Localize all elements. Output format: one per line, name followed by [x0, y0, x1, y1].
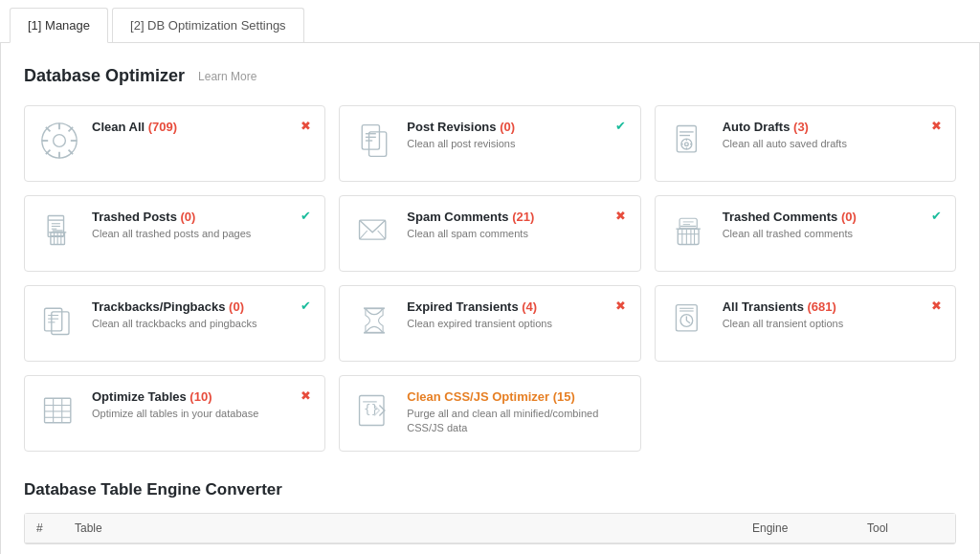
card-clean-all[interactable]: Clean All (709) ✖	[24, 105, 325, 182]
card-trashed-posts-title: Trashed Posts (0)	[92, 210, 311, 224]
card-spam-comments-body: Spam Comments (21) Clean all spam commen…	[407, 210, 626, 241]
card-trashed-comments-title: Trashed Comments (0)	[723, 210, 942, 224]
col-tool: Tool	[867, 521, 944, 535]
card-expired-transients-count: (4)	[522, 299, 537, 314]
card-spam-comments-title: Spam Comments (21)	[407, 210, 626, 224]
card-expired-transients-desc: Clean expired transient options	[407, 317, 626, 331]
svg-rect-39	[678, 229, 699, 244]
card-optimize-tables-title: Optimize Tables (10)	[92, 389, 311, 404]
card-post-revisions-title: Post Revisions (0)	[407, 120, 626, 134]
document-icon	[353, 120, 395, 162]
table-icon	[38, 389, 80, 432]
table-header: # Table Engine Tool	[25, 514, 955, 543]
svg-line-60	[686, 321, 690, 323]
card-expired-transients[interactable]: Expired Transients (4) Clean expired tra…	[339, 285, 640, 362]
card-all-transients-title: All Transients (681)	[723, 299, 942, 314]
card-all-transients-desc: Clean all transient options	[723, 317, 942, 331]
card-optimize-tables-desc: Optimize all tables in your database	[92, 407, 311, 421]
card-css-js-optimizer-count: (15)	[553, 389, 575, 404]
card-css-js-optimizer-title: Clean CSS/JS Optimizer (15)	[407, 389, 626, 404]
card-clean-all-body: Clean All (709)	[92, 120, 311, 137]
trash-comment-icon	[669, 210, 711, 252]
card-spam-comments-desc: Clean all spam comments	[407, 227, 626, 241]
card-css-js-optimizer[interactable]: {} Clean CSS/JS Optimizer (15) Purge all…	[339, 375, 640, 452]
card-trackbacks[interactable]: Trackbacks/Pingbacks (0) Clean all track…	[24, 285, 325, 362]
learn-more-link[interactable]: Learn More	[198, 70, 256, 83]
table-container: # Table Engine Tool	[24, 513, 956, 544]
col-table: Table	[75, 521, 752, 535]
page-wrapper: [1] Manage [2] DB Optimization Settings …	[0, 0, 980, 554]
card-all-transients-badge: ✖	[926, 296, 946, 315]
card-trackbacks-desc: Clean all trackbacks and pingbacks	[92, 317, 311, 331]
card-trashed-posts-count: (0)	[180, 210, 195, 224]
card-expired-transients-title: Expired Transients (4)	[407, 299, 626, 314]
card-auto-drafts[interactable]: Auto Drafts (3) Clean all auto saved dra…	[655, 105, 956, 182]
svg-rect-63	[45, 398, 71, 422]
card-spam-comments[interactable]: Spam Comments (21) Clean all spam commen…	[339, 195, 640, 272]
card-post-revisions-body: Post Revisions (0) Clean all post revisi…	[407, 120, 626, 151]
card-auto-drafts-badge: ✖	[926, 116, 946, 135]
cards-grid: Clean All (709) ✖	[24, 105, 956, 452]
code-icon: {}	[353, 389, 395, 432]
card-clean-all-count: (709)	[148, 120, 177, 134]
card-css-js-optimizer-title-text: Clean CSS/JS Optimizer	[407, 389, 549, 404]
database-optimizer-title: Database Optimizer	[24, 66, 185, 86]
card-post-revisions-desc: Clean all post revisions	[407, 137, 626, 151]
card-clean-all-title: Clean All (709)	[92, 120, 311, 134]
card-post-revisions[interactable]: Post Revisions (0) Clean all post revisi…	[339, 105, 640, 182]
card-clean-all-badge: ✖	[296, 116, 315, 135]
card-trashed-posts-badge: ✔	[296, 206, 315, 225]
card-optimize-tables-count: (10)	[189, 389, 212, 404]
db-table-engine-title: Database Table Engine Converter	[24, 480, 956, 499]
card-spam-comments-badge: ✖	[612, 206, 631, 225]
card-trashed-comments[interactable]: Trashed Comments (0) Clean all trashed c…	[655, 195, 956, 272]
gear-icon	[38, 120, 80, 162]
card-expired-transients-badge: ✖	[612, 296, 631, 315]
card-all-transients[interactable]: All Transients (681) Clean all transient…	[655, 285, 956, 362]
card-trashed-posts[interactable]: Trashed Posts (0) Clean all trashed post…	[24, 195, 325, 272]
card-trashed-comments-badge: ✔	[926, 206, 946, 225]
tabs-bar: [1] Manage [2] DB Optimization Settings	[0, 0, 980, 43]
hourglass-icon	[353, 299, 395, 342]
card-trashed-posts-desc: Clean all trashed posts and pages	[92, 227, 311, 241]
card-trashed-comments-desc: Clean all trashed comments	[723, 227, 942, 241]
tab-db-optimization[interactable]: [2] DB Optimization Settings	[112, 8, 304, 42]
main-content: Database Optimizer Learn More	[0, 43, 980, 554]
card-spam-comments-count: (21)	[512, 210, 534, 224]
card-trackbacks-title: Trackbacks/Pingbacks (0)	[92, 299, 311, 314]
svg-line-37	[360, 231, 368, 239]
card-trackbacks-count: (0)	[229, 299, 244, 314]
card-optimize-tables-badge: ✖	[296, 386, 315, 405]
card-all-transients-body: All Transients (681) Clean all transient…	[723, 299, 942, 331]
card-auto-drafts-desc: Clean all auto saved drafts	[723, 137, 942, 151]
mail-icon	[353, 210, 395, 252]
col-hash: #	[36, 521, 75, 535]
db-table-engine-section: Database Table Engine Converter # Table …	[24, 480, 956, 544]
trash-doc-icon	[38, 210, 80, 252]
card-css-js-optimizer-desc: Purge all and clean all minified/combine…	[407, 407, 626, 436]
card-expired-transients-body: Expired Transients (4) Clean expired tra…	[407, 299, 626, 331]
section-header: Database Optimizer Learn More	[24, 66, 956, 86]
svg-point-17	[684, 143, 688, 146]
card-auto-drafts-title: Auto Drafts (3)	[723, 120, 942, 134]
card-trackbacks-body: Trackbacks/Pingbacks (0) Clean all track…	[92, 299, 311, 331]
card-auto-drafts-count: (3)	[793, 120, 809, 134]
card-trashed-comments-body: Trashed Comments (0) Clean all trashed c…	[723, 210, 942, 241]
svg-point-1	[54, 135, 66, 147]
col-engine: Engine	[752, 521, 867, 535]
gear-doc-icon	[669, 120, 711, 162]
tab-manage[interactable]: [1] Manage	[10, 8, 108, 43]
svg-rect-47	[679, 218, 697, 229]
svg-line-38	[378, 231, 386, 239]
card-optimize-tables[interactable]: Optimize Tables (10) Optimize all tables…	[24, 375, 325, 452]
card-css-js-optimizer-body: Clean CSS/JS Optimizer (15) Purge all an…	[407, 389, 626, 436]
card-auto-drafts-body: Auto Drafts (3) Clean all auto saved dra…	[723, 120, 942, 151]
card-post-revisions-count: (0)	[500, 120, 515, 134]
clock-icon	[669, 299, 711, 342]
card-all-transients-count: (681)	[808, 299, 836, 314]
svg-rect-11	[369, 132, 387, 156]
card-post-revisions-badge: ✔	[612, 116, 631, 135]
card-optimize-tables-body: Optimize Tables (10) Optimize all tables…	[92, 389, 311, 421]
card-trashed-posts-body: Trashed Posts (0) Clean all trashed post…	[92, 210, 311, 241]
card-trackbacks-badge: ✔	[296, 296, 315, 315]
